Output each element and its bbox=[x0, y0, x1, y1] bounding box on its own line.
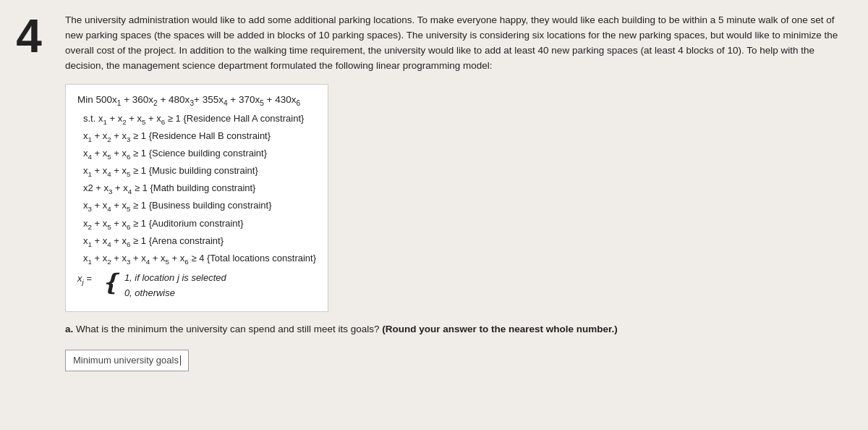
constraint-9: x1 + x2 + x3 + x4 + x5 + x6 ≥ 4 {Total l… bbox=[83, 250, 316, 268]
constraint-7: x2 + x5 + x6 ≥ 1 {Auditorium constraint} bbox=[83, 216, 316, 233]
part-a-note: (Round your answer to the nearest whole … bbox=[382, 324, 618, 334]
question-number-section: 4 bbox=[0, 0, 58, 430]
part-a-text: What is the minimum the university can s… bbox=[76, 324, 382, 334]
intro-paragraph: The university administration would like… bbox=[65, 13, 846, 74]
answer-input[interactable]: Minimum university goals bbox=[65, 350, 189, 371]
constraint-3: x4 + x5 + x6 ≥ 1 {Science building const… bbox=[83, 146, 316, 163]
question-a: a. What is the minimum the university ca… bbox=[65, 322, 846, 337]
objective-function: Min 500x1 + 360x2 + 480x3+ 355x4 + 370x5… bbox=[77, 92, 316, 109]
xj-label: xj = bbox=[77, 271, 92, 288]
answer-area: Minimum university goals bbox=[65, 350, 846, 371]
cursor-icon bbox=[180, 355, 181, 366]
xj-line2: 0, otherwise bbox=[124, 286, 226, 301]
constraint-1: s.t. x1 + x2 + x5 + x6 ≥ 1 {Residence Ha… bbox=[83, 111, 316, 128]
answer-input-label: Minimum university goals bbox=[73, 355, 179, 366]
constraint-8: x1 + x4 + x6 ≥ 1 {Arena constraint} bbox=[83, 233, 316, 250]
page-container: 4 The university administration would li… bbox=[0, 0, 868, 430]
constraint-6: x3 + x4 + x5 ≥ 1 {Business building cons… bbox=[83, 198, 316, 215]
model-box: Min 500x1 + 360x2 + 480x3+ 355x4 + 370x5… bbox=[65, 84, 328, 312]
content-section: The university administration would like… bbox=[58, 0, 868, 430]
brace-icon: ❴ bbox=[101, 271, 120, 294]
constraint-4: x1 + x4 + x5 ≥ 1 {Music building constra… bbox=[83, 163, 316, 180]
xj-lines: 1, if location j is selected 0, otherwis… bbox=[124, 271, 226, 301]
question-number: 4 bbox=[16, 13, 42, 59]
constraint-2: x1 + x2 + x3 ≥ 1 {Residence Hall B const… bbox=[83, 128, 316, 146]
part-a-label: a. bbox=[65, 324, 73, 334]
xj-line1: 1, if location j is selected bbox=[124, 271, 226, 286]
xj-definition: xj = ❴ 1, if location j is selected 0, o… bbox=[77, 271, 316, 301]
constraint-5: x2 + x3 + x4 ≥ 1 {Math building constrai… bbox=[83, 180, 316, 198]
